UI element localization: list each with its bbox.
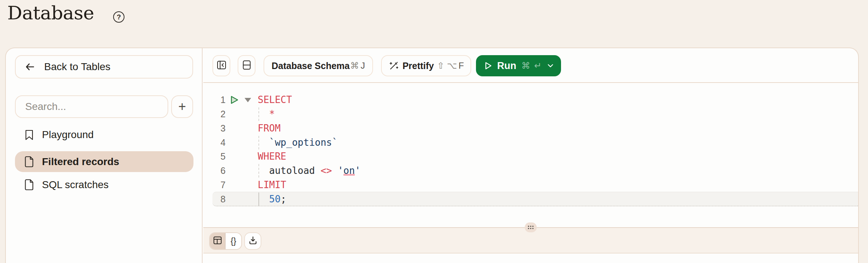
sql-token: SELECT <box>258 94 292 105</box>
run-options-dropdown[interactable] <box>546 62 554 70</box>
sql-token: 50 <box>269 194 280 205</box>
database-schema-button[interactable]: Database Schema ⌘ J <box>264 55 373 76</box>
sql-token <box>258 137 269 148</box>
table-icon <box>212 235 223 247</box>
collapse-sidebar-button[interactable] <box>212 55 230 76</box>
code-line: 1 SELECT <box>203 93 858 107</box>
results-toolbar: {} <box>203 227 858 254</box>
plus-icon: + <box>178 99 186 114</box>
schema-shortcut: ⌘ J <box>350 61 365 71</box>
bookmark-icon <box>24 129 34 140</box>
sql-token: <> <box>320 165 332 176</box>
line-number: 3 <box>203 121 226 136</box>
braces-icon: {} <box>231 236 236 246</box>
run-query-button[interactable]: Run ⌘ ↵ <box>476 55 561 76</box>
prettify-shortcut: ⇧ ⌥ F <box>437 61 464 71</box>
sidebar-item-label: Filtered records <box>42 156 119 168</box>
code-line: 4 `wp_options` <box>203 136 858 150</box>
search-input[interactable] <box>15 95 168 118</box>
sql-token: ' <box>338 165 343 176</box>
sql-token: ' <box>355 165 361 176</box>
result-view-switcher: {} <box>209 232 242 250</box>
f-key-glyph: F <box>458 61 464 70</box>
sql-token: autoload <box>258 165 320 176</box>
play-icon <box>483 61 493 70</box>
back-to-tables-button[interactable]: Back to Tables <box>15 55 193 79</box>
magic-wand-icon <box>388 60 399 71</box>
code-line: 5 WHERE <box>203 149 858 164</box>
sql-token: WHERE <box>258 151 286 162</box>
database-page: Database ? Back to Tables + <box>0 0 868 263</box>
code-line: 6 autoload <> 'on' <box>203 164 858 178</box>
line-number: 5 <box>203 149 226 164</box>
sql-token <box>258 108 269 119</box>
help-question-mark: ? <box>117 13 121 21</box>
sidebar-item-filtered-records[interactable]: Filtered records <box>15 151 193 172</box>
download-icon <box>248 236 258 247</box>
line-number: 1 <box>203 93 226 107</box>
arrow-left-icon <box>24 61 35 72</box>
download-results-button[interactable] <box>244 232 261 250</box>
split-horizontal-icon <box>241 60 252 72</box>
file-icon <box>24 156 34 167</box>
query-editor-panel: Database Schema ⌘ J <box>203 48 858 263</box>
line-number: 4 <box>203 136 226 150</box>
line-number: 6 <box>203 164 226 178</box>
j-key-glyph: J <box>361 61 365 70</box>
sql-token: ; <box>281 194 287 205</box>
editor-toolbar: Database Schema ⌘ J <box>203 48 858 83</box>
sql-token: `wp_options` <box>269 137 338 148</box>
sidebar-item-label: Playground <box>42 129 94 141</box>
back-to-tables-label: Back to Tables <box>44 61 111 73</box>
run-shortcut: ⌘ ↵ <box>521 61 542 71</box>
panel-left-collapse-icon <box>216 60 227 72</box>
file-icon <box>24 179 34 190</box>
prettify-button[interactable]: Prettify ⇧ ⌥ F <box>381 55 471 76</box>
sql-code-editor[interactable]: 1 SELECT 2 * 3 FROM <box>203 84 858 227</box>
line-number: 2 <box>203 107 226 121</box>
run-label: Run <box>497 60 516 72</box>
help-icon[interactable]: ? <box>113 11 124 23</box>
sql-token: LIMIT <box>258 179 286 190</box>
cmd-key-glyph: ⌘ <box>350 61 359 70</box>
sql-token <box>258 194 269 205</box>
shift-option-key-glyphs: ⇧ ⌥ <box>437 61 457 70</box>
sidebar: Back to Tables + Playground <box>6 48 203 263</box>
sql-token: FROM <box>258 123 281 134</box>
add-query-button[interactable]: + <box>171 95 193 118</box>
line-number: 8 <box>203 192 226 206</box>
database-schema-label: Database Schema <box>272 61 350 71</box>
code-line: 3 FROM <box>203 121 858 136</box>
code-line: 7 LIMIT <box>203 178 858 192</box>
sidebar-item-playground[interactable]: Playground <box>15 124 193 145</box>
sql-token <box>332 165 338 176</box>
sidebar-item-sql-scratches[interactable]: SQL scratches <box>15 174 193 195</box>
sql-token: * <box>269 108 275 119</box>
code-line: 2 * <box>203 107 858 121</box>
split-view-button[interactable] <box>238 55 256 76</box>
sql-token-misspelled: on <box>343 165 355 176</box>
table-view-tab[interactable] <box>210 233 226 249</box>
line-number: 7 <box>203 178 226 192</box>
resize-drag-handle-icon[interactable] <box>525 222 537 232</box>
content-card: Back to Tables + Playground <box>5 47 859 263</box>
prettify-label: Prettify <box>403 61 434 71</box>
sidebar-item-label: SQL scratches <box>42 179 109 191</box>
page-title: Database <box>7 4 94 22</box>
code-line: 8 50; <box>203 192 858 206</box>
json-view-tab[interactable]: {} <box>226 233 241 249</box>
fold-triangle-icon[interactable] <box>245 98 251 102</box>
